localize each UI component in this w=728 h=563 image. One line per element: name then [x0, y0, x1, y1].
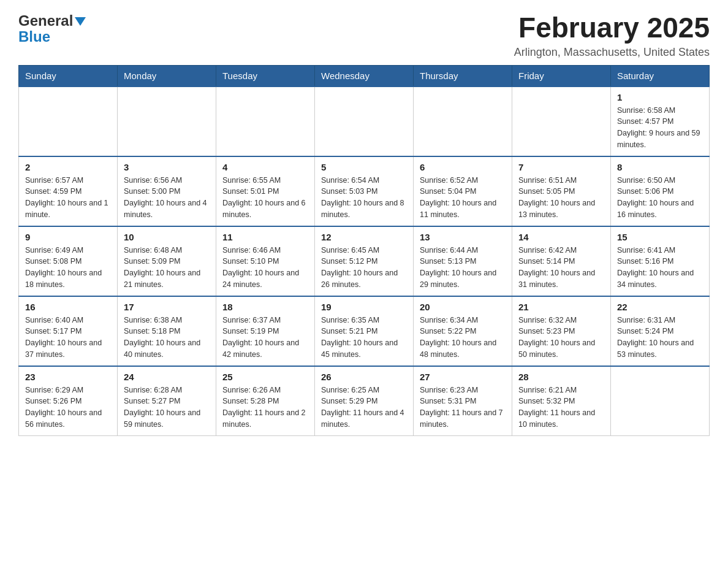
- header-wednesday: Wednesday: [315, 65, 414, 86]
- day-number: 18: [222, 302, 308, 312]
- table-row: 9Sunrise: 6:49 AMSunset: 5:08 PMDaylight…: [19, 226, 118, 296]
- table-row: 14Sunrise: 6:42 AMSunset: 5:14 PMDayligh…: [512, 226, 611, 296]
- table-row: 2Sunrise: 6:57 AMSunset: 4:59 PMDaylight…: [19, 156, 118, 226]
- day-number: 20: [420, 302, 506, 312]
- day-info: Sunrise: 6:48 AMSunset: 5:09 PMDaylight:…: [124, 245, 210, 291]
- table-row: 20Sunrise: 6:34 AMSunset: 5:22 PMDayligh…: [414, 296, 512, 366]
- day-info: Sunrise: 6:28 AMSunset: 5:27 PMDaylight:…: [124, 385, 210, 431]
- day-number: 10: [124, 232, 210, 242]
- day-info: Sunrise: 6:50 AMSunset: 5:06 PMDaylight:…: [617, 175, 703, 221]
- logo-blue-text: Blue: [18, 28, 50, 45]
- table-row: [512, 86, 611, 156]
- calendar-week-row: 2Sunrise: 6:57 AMSunset: 4:59 PMDaylight…: [19, 156, 710, 226]
- calendar-week-row: 1Sunrise: 6:58 AMSunset: 4:57 PMDaylight…: [19, 86, 710, 156]
- day-info: Sunrise: 6:34 AMSunset: 5:22 PMDaylight:…: [420, 315, 506, 361]
- day-number: 2: [25, 162, 111, 172]
- table-row: 13Sunrise: 6:44 AMSunset: 5:13 PMDayligh…: [414, 226, 512, 296]
- day-info: Sunrise: 6:32 AMSunset: 5:23 PMDaylight:…: [518, 315, 604, 361]
- table-row: 11Sunrise: 6:46 AMSunset: 5:10 PMDayligh…: [216, 226, 315, 296]
- day-info: Sunrise: 6:44 AMSunset: 5:13 PMDaylight:…: [420, 245, 506, 291]
- header-sunday: Sunday: [19, 65, 118, 86]
- day-info: Sunrise: 6:23 AMSunset: 5:31 PMDaylight:…: [420, 385, 506, 431]
- day-info: Sunrise: 6:29 AMSunset: 5:26 PMDaylight:…: [25, 385, 111, 431]
- logo-general-text: General: [18, 12, 73, 29]
- table-row: [19, 86, 118, 156]
- day-info: Sunrise: 6:57 AMSunset: 4:59 PMDaylight:…: [25, 175, 111, 221]
- table-row: 19Sunrise: 6:35 AMSunset: 5:21 PMDayligh…: [315, 296, 414, 366]
- calendar-table: Sunday Monday Tuesday Wednesday Thursday…: [18, 65, 710, 436]
- day-number: 21: [518, 302, 604, 312]
- calendar-title: February 2025: [514, 12, 710, 44]
- day-info: Sunrise: 6:52 AMSunset: 5:04 PMDaylight:…: [420, 175, 506, 221]
- day-info: Sunrise: 6:58 AMSunset: 4:57 PMDaylight:…: [617, 105, 703, 151]
- day-number: 4: [222, 162, 308, 172]
- table-row: 12Sunrise: 6:45 AMSunset: 5:12 PMDayligh…: [315, 226, 414, 296]
- calendar-subtitle: Arlington, Massachusetts, United States: [514, 46, 710, 59]
- day-info: Sunrise: 6:26 AMSunset: 5:28 PMDaylight:…: [222, 385, 308, 431]
- table-row: [118, 86, 216, 156]
- day-number: 5: [321, 162, 407, 172]
- table-row: 8Sunrise: 6:50 AMSunset: 5:06 PMDaylight…: [611, 156, 710, 226]
- day-number: 25: [222, 372, 308, 382]
- table-row: 10Sunrise: 6:48 AMSunset: 5:09 PMDayligh…: [118, 226, 216, 296]
- svg-marker-0: [75, 17, 86, 26]
- calendar-week-row: 23Sunrise: 6:29 AMSunset: 5:26 PMDayligh…: [19, 366, 710, 436]
- table-row: 7Sunrise: 6:51 AMSunset: 5:05 PMDaylight…: [512, 156, 611, 226]
- day-number: 12: [321, 232, 407, 242]
- day-number: 14: [518, 232, 604, 242]
- day-info: Sunrise: 6:54 AMSunset: 5:03 PMDaylight:…: [321, 175, 407, 221]
- table-row: 15Sunrise: 6:41 AMSunset: 5:16 PMDayligh…: [611, 226, 710, 296]
- day-number: 17: [124, 302, 210, 312]
- day-number: 23: [25, 372, 111, 382]
- day-info: Sunrise: 6:46 AMSunset: 5:10 PMDaylight:…: [222, 245, 308, 291]
- day-number: 27: [420, 372, 506, 382]
- day-info: Sunrise: 6:51 AMSunset: 5:05 PMDaylight:…: [518, 175, 604, 221]
- day-info: Sunrise: 6:56 AMSunset: 5:00 PMDaylight:…: [124, 175, 210, 221]
- day-number: 8: [617, 162, 703, 172]
- table-row: 17Sunrise: 6:38 AMSunset: 5:18 PMDayligh…: [118, 296, 216, 366]
- header-monday: Monday: [118, 65, 216, 86]
- table-row: 3Sunrise: 6:56 AMSunset: 5:00 PMDaylight…: [118, 156, 216, 226]
- table-row: [315, 86, 414, 156]
- table-row: 23Sunrise: 6:29 AMSunset: 5:26 PMDayligh…: [19, 366, 118, 436]
- day-info: Sunrise: 6:40 AMSunset: 5:17 PMDaylight:…: [25, 315, 111, 361]
- calendar-week-row: 9Sunrise: 6:49 AMSunset: 5:08 PMDaylight…: [19, 226, 710, 296]
- table-row: 21Sunrise: 6:32 AMSunset: 5:23 PMDayligh…: [512, 296, 611, 366]
- logo: General Blue: [18, 12, 86, 45]
- header-saturday: Saturday: [611, 65, 710, 86]
- title-block: February 2025 Arlington, Massachusetts, …: [514, 12, 710, 59]
- table-row: 27Sunrise: 6:23 AMSunset: 5:31 PMDayligh…: [414, 366, 512, 436]
- page-header: General Blue February 2025 Arlington, Ma…: [18, 12, 710, 59]
- day-number: 13: [420, 232, 506, 242]
- day-info: Sunrise: 6:45 AMSunset: 5:12 PMDaylight:…: [321, 245, 407, 291]
- table-row: [611, 366, 710, 436]
- table-row: 26Sunrise: 6:25 AMSunset: 5:29 PMDayligh…: [315, 366, 414, 436]
- table-row: 4Sunrise: 6:55 AMSunset: 5:01 PMDaylight…: [216, 156, 315, 226]
- day-number: 11: [222, 232, 308, 242]
- day-number: 28: [518, 372, 604, 382]
- day-info: Sunrise: 6:41 AMSunset: 5:16 PMDaylight:…: [617, 245, 703, 291]
- day-info: Sunrise: 6:31 AMSunset: 5:24 PMDaylight:…: [617, 315, 703, 361]
- header-friday: Friday: [512, 65, 611, 86]
- day-info: Sunrise: 6:55 AMSunset: 5:01 PMDaylight:…: [222, 175, 308, 221]
- day-number: 22: [617, 302, 703, 312]
- header-thursday: Thursday: [414, 65, 512, 86]
- day-number: 19: [321, 302, 407, 312]
- day-info: Sunrise: 6:35 AMSunset: 5:21 PMDaylight:…: [321, 315, 407, 361]
- day-number: 24: [124, 372, 210, 382]
- table-row: [414, 86, 512, 156]
- table-row: 24Sunrise: 6:28 AMSunset: 5:27 PMDayligh…: [118, 366, 216, 436]
- table-row: 28Sunrise: 6:21 AMSunset: 5:32 PMDayligh…: [512, 366, 611, 436]
- calendar-week-row: 16Sunrise: 6:40 AMSunset: 5:17 PMDayligh…: [19, 296, 710, 366]
- table-row: 18Sunrise: 6:37 AMSunset: 5:19 PMDayligh…: [216, 296, 315, 366]
- day-info: Sunrise: 6:38 AMSunset: 5:18 PMDaylight:…: [124, 315, 210, 361]
- day-number: 26: [321, 372, 407, 382]
- day-number: 9: [25, 232, 111, 242]
- day-number: 1: [617, 92, 703, 102]
- day-number: 7: [518, 162, 604, 172]
- day-info: Sunrise: 6:42 AMSunset: 5:14 PMDaylight:…: [518, 245, 604, 291]
- table-row: 16Sunrise: 6:40 AMSunset: 5:17 PMDayligh…: [19, 296, 118, 366]
- day-number: 6: [420, 162, 506, 172]
- calendar-header-row: Sunday Monday Tuesday Wednesday Thursday…: [19, 65, 710, 86]
- day-number: 15: [617, 232, 703, 242]
